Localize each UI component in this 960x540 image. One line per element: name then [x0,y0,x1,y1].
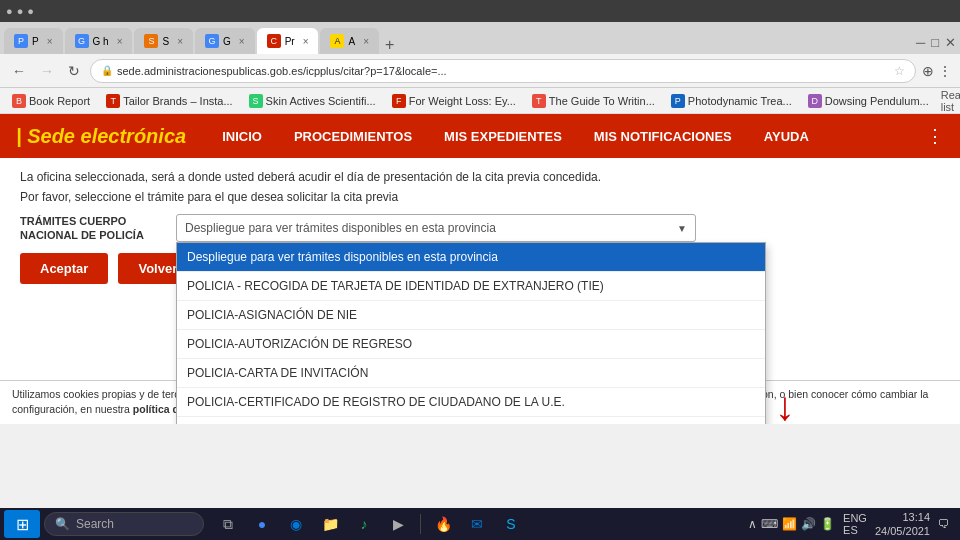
taskbar-search-icon: 🔍 [55,517,70,531]
tab-favicon-1: P [14,34,28,48]
taskbar-app-mail[interactable]: ✉ [461,510,493,538]
bookmark-star-icon[interactable]: ☆ [894,64,905,78]
tab-favicon-3: S [144,34,158,48]
sys-keyboard-icon[interactable]: ⌨ [761,517,778,531]
sys-wifi-icon[interactable]: 📶 [782,517,797,531]
dropdown-item-1[interactable]: POLICIA - RECOGIDA DE TARJETA DE IDENTID… [177,272,765,301]
bookmark-skin-actives[interactable]: S Skin Actives Scientifi... [245,92,380,110]
browser-tab-4[interactable]: G G × [195,28,255,54]
tab-label-1: P [32,36,39,47]
site-header: | Sede electrónica INICIO PROCEDIMIENTOS… [0,114,960,158]
dropdown-item-4[interactable]: POLICIA-CARTA DE INVITACIÓN [177,359,765,388]
bookmarks-bar: B Book Report T Tailor Brands – Insta...… [0,88,960,114]
tab-label-4: G [223,36,231,47]
browser-tab-5[interactable]: C Pr × [257,28,319,54]
bookmark-label-6: Photodynamic Trea... [688,95,792,107]
bookmark-guide-writing[interactable]: T The Guide To Writin... [528,92,659,110]
logo-accent: | [16,125,22,147]
taskbar-app-chrome[interactable]: ● [246,510,278,538]
nav-mis-expedientes[interactable]: MIS EXPEDIENTES [428,114,578,158]
sys-volume-icon[interactable]: 🔊 [801,517,816,531]
dropdown-item-5[interactable]: POLICIA-CERTIFICADO DE REGISTRO DE CIUDA… [177,388,765,417]
extensions-icon[interactable]: ⊕ [922,63,934,79]
site-nav-more-icon[interactable]: ⋮ [926,125,944,147]
browser-menu-icon[interactable]: ⋮ [938,63,952,79]
logo-text: Sede electrónica [27,125,186,147]
bookmark-photodynamic[interactable]: P Photodynamic Trea... [667,92,796,110]
taskbar-app-edge[interactable]: ◉ [280,510,312,538]
tab-label-6: A [348,36,355,47]
tab-favicon-4: G [205,34,219,48]
tab-favicon-6: A [330,34,344,48]
taskbar-app-taskview[interactable]: ⧉ [212,510,244,538]
back-button[interactable]: ← [8,61,30,81]
bookmark-icon-2: T [106,94,120,108]
bookmark-icon-5: T [532,94,546,108]
sys-up-arrow-icon[interactable]: ∧ [748,517,757,531]
dropdown-item-6[interactable]: POLICIA-CERTIFICADOS (DE RESIDENCIA, DE … [177,417,765,424]
minimize-button[interactable]: ─ [916,35,925,50]
nav-inicio[interactable]: INICIO [206,114,278,158]
bookmark-tailor-brands[interactable]: T Tailor Brands – Insta... [102,92,236,110]
site-wrapper: | Sede electrónica INICIO PROCEDIMIENTOS… [0,114,960,424]
bookmark-dowsing[interactable]: D Dowsing Pendulum... [804,92,933,110]
reading-list-button[interactable]: Reading list [941,89,960,113]
taskbar-time-value: 13:14 [875,510,930,524]
browser-tab-1[interactable]: P P × [4,28,63,54]
taskbar-apps: ⧉ ● ◉ 📁 ♪ ▶ 🔥 ✉ S [212,510,527,538]
reload-button[interactable]: ↻ [64,61,84,81]
tab-close-4[interactable]: × [239,36,245,47]
taskbar-app-spotify[interactable]: ♪ [348,510,380,538]
info-line-1: La oficina seleccionada, será a donde us… [20,170,940,184]
tab-favicon-2: G [75,34,89,48]
close-window-button[interactable]: ✕ [945,35,956,50]
dropdown-item-3[interactable]: POLICIA-AUTORIZACIÓN DE REGRESO [177,330,765,359]
forward-button[interactable]: → [36,61,58,81]
security-lock-icon: 🔒 [101,65,113,76]
tab-close-3[interactable]: × [177,36,183,47]
nav-procedimientos[interactable]: PROCEDIMIENTOS [278,114,428,158]
address-bar[interactable]: 🔒 sede.administracionespublicas.gob.es/i… [90,59,916,83]
taskbar-date-value: 24/05/2021 [875,524,930,538]
tab-close-5[interactable]: × [303,36,309,47]
nav-ayuda[interactable]: AYUDA [748,114,825,158]
site-nav: INICIO PROCEDIMIENTOS MIS EXPEDIENTES MI… [206,114,825,158]
maximize-button[interactable]: □ [931,35,939,50]
bookmark-label-4: For Weight Loss: Ey... [409,95,516,107]
taskbar-app-skype[interactable]: S [495,510,527,538]
browser-tab-3[interactable]: S S × [134,28,193,54]
tab-label-3: S [162,36,169,47]
browser-tab-bar: P P × G G h × S S × G G × C Pr × A A × +… [0,22,960,54]
tab-label-2: G h [93,36,109,47]
notification-icon[interactable]: 🗨 [938,517,950,531]
taskbar: ⊞ 🔍 Search ⧉ ● ◉ 📁 ♪ ▶ 🔥 ✉ S ∧ ⌨ 📶 🔊 🔋 E… [0,508,960,540]
nav-mis-notificaciones[interactable]: MIS NOTIFICACIONES [578,114,748,158]
bookmark-weight-loss[interactable]: F For Weight Loss: Ey... [388,92,520,110]
site-logo: | Sede electrónica [16,125,206,148]
bookmark-label-1: Book Report [29,95,90,107]
taskbar-language[interactable]: ENGES [843,512,867,536]
taskbar-search-box[interactable]: 🔍 Search [44,512,204,536]
accept-button[interactable]: Aceptar [20,253,108,284]
dropdown-item-2[interactable]: POLICIA-ASIGNACIÓN DE NIE [177,301,765,330]
browser-toolbar: ← → ↻ 🔒 sede.administracionespublicas.go… [0,54,960,88]
site-content: La oficina seleccionada, será a donde us… [0,158,960,304]
sys-battery-icon[interactable]: 🔋 [820,517,835,531]
tramites-select[interactable]: Despliegue para ver trámites disponibles… [176,214,696,242]
dropdown-item-0[interactable]: Despliegue para ver trámites disponibles… [177,243,765,272]
bookmark-icon-6: P [671,94,685,108]
taskbar-app-explorer[interactable]: 📁 [314,510,346,538]
taskbar-app-firefox[interactable]: 🔥 [427,510,459,538]
taskbar-app-app5[interactable]: ▶ [382,510,414,538]
bookmark-icon-7: D [808,94,822,108]
tab-label-5: Pr [285,36,295,47]
tab-close-1[interactable]: × [47,36,53,47]
new-tab-button[interactable]: + [381,36,398,54]
start-button[interactable]: ⊞ [4,510,40,538]
browser-tab-2[interactable]: G G h × [65,28,133,54]
browser-tab-6[interactable]: A A × [320,28,379,54]
tab-close-2[interactable]: × [117,36,123,47]
bookmark-icon-4: F [392,94,406,108]
tab-close-6[interactable]: × [363,36,369,47]
bookmark-book-report[interactable]: B Book Report [8,92,94,110]
